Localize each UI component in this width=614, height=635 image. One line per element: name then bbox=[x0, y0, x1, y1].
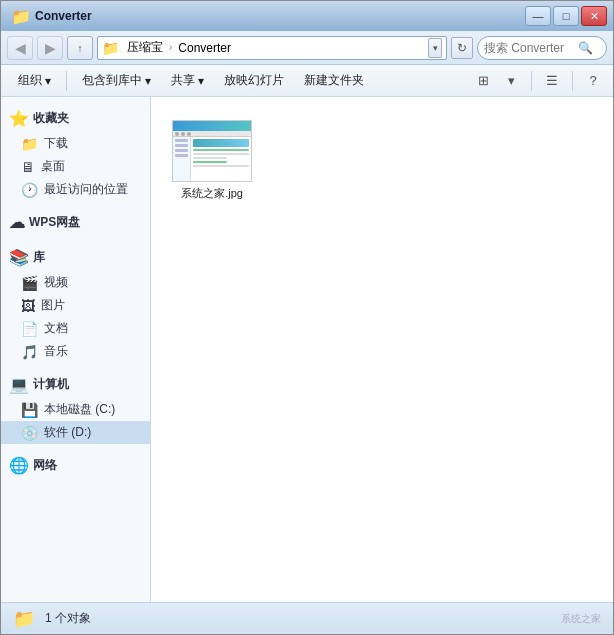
toolbar-sep-3 bbox=[572, 71, 573, 91]
address-part-2[interactable]: Converter bbox=[174, 40, 235, 56]
downloads-label: 下载 bbox=[44, 135, 68, 152]
address-part-1[interactable]: 压缩宝 bbox=[123, 38, 167, 57]
sidebar-section-computer: 💻 计算机 💾 本地磁盘 (C:) 💿 软件 (D:) bbox=[1, 371, 150, 444]
share-chevron bbox=[198, 74, 204, 88]
address-parts: 压缩宝 › Converter bbox=[123, 38, 424, 57]
sidebar-section-network: 🌐 网络 bbox=[1, 452, 150, 479]
thumb-text-3 bbox=[193, 157, 227, 159]
sidebar-section-wps: ☁ WPS网盘 bbox=[1, 209, 150, 236]
search-icon: 🔍 bbox=[578, 41, 593, 55]
search-box[interactable]: 🔍 bbox=[477, 36, 607, 60]
status-bar: 📁 1 个对象 系统之家 bbox=[1, 602, 613, 634]
documents-label: 文档 bbox=[44, 320, 68, 337]
sidebar-header-computer: 💻 计算机 bbox=[1, 371, 150, 398]
drive-c-label: 本地磁盘 (C:) bbox=[44, 401, 115, 418]
wps-label: WPS网盘 bbox=[29, 214, 80, 231]
pictures-icon: 🖼 bbox=[21, 298, 35, 314]
pictures-label: 图片 bbox=[41, 297, 65, 314]
up-button[interactable]: ↑ bbox=[67, 36, 93, 60]
search-input[interactable] bbox=[484, 41, 574, 55]
favorites-icon: ⭐ bbox=[9, 109, 29, 128]
share-button[interactable]: 共享 bbox=[162, 68, 213, 94]
thumb-banner bbox=[193, 139, 249, 147]
wps-icon: ☁ bbox=[9, 213, 25, 232]
window-title: Converter bbox=[35, 9, 92, 23]
address-dropdown[interactable]: ▾ bbox=[428, 38, 442, 58]
sidebar-header-network[interactable]: 🌐 网络 bbox=[1, 452, 150, 479]
thumb-text-1 bbox=[193, 149, 249, 151]
include-library-button[interactable]: 包含到库中 bbox=[73, 68, 160, 94]
thumb-nav-dot-2 bbox=[181, 132, 185, 136]
slideshow-button[interactable]: 放映幻灯片 bbox=[215, 68, 293, 94]
toolbar-right: ⊞ ▾ ☰ ? bbox=[471, 69, 605, 93]
desktop-icon: 🖥 bbox=[21, 159, 35, 175]
close-button[interactable]: ✕ bbox=[581, 6, 607, 26]
thumb-sidebar-item-3 bbox=[175, 149, 188, 152]
refresh-button[interactable]: ↻ bbox=[451, 37, 473, 59]
file-grid: 系统之家.jpg bbox=[167, 113, 597, 207]
organize-label: 组织 bbox=[18, 72, 42, 89]
sidebar-item-drive-d[interactable]: 💿 软件 (D:) bbox=[1, 421, 150, 444]
thumb-sidebar bbox=[173, 137, 191, 181]
folder-icon: 📁 bbox=[11, 7, 31, 26]
documents-icon: 📄 bbox=[21, 321, 38, 337]
downloads-icon: 📁 bbox=[21, 136, 38, 152]
slideshow-label: 放映幻灯片 bbox=[224, 72, 284, 89]
sidebar-item-desktop[interactable]: 🖥 桌面 bbox=[1, 155, 150, 178]
thumb-text-2 bbox=[193, 153, 249, 155]
new-folder-button[interactable]: 新建文件夹 bbox=[295, 68, 373, 94]
view-dropdown-button[interactable]: ▾ bbox=[499, 69, 523, 93]
sidebar-item-documents[interactable]: 📄 文档 bbox=[1, 317, 150, 340]
thumb-header bbox=[173, 121, 251, 131]
music-label: 音乐 bbox=[44, 343, 68, 360]
status-text: 1 个对象 bbox=[45, 610, 91, 627]
folder-home-icon: 📁 bbox=[102, 40, 119, 56]
thumb-sidebar-item-1 bbox=[175, 139, 188, 142]
network-label: 网络 bbox=[33, 457, 57, 474]
thumb-body bbox=[173, 137, 251, 181]
desktop-label: 桌面 bbox=[41, 158, 65, 175]
video-label: 视频 bbox=[44, 274, 68, 291]
sidebar-header-library: 📚 库 bbox=[1, 244, 150, 271]
sidebar-item-music[interactable]: 🎵 音乐 bbox=[1, 340, 150, 363]
view-medium-button[interactable]: ⊞ bbox=[471, 69, 495, 93]
sidebar-item-recent[interactable]: 🕐 最近访问的位置 bbox=[1, 178, 150, 201]
video-icon: 🎬 bbox=[21, 275, 38, 291]
organize-button[interactable]: 组织 bbox=[9, 68, 60, 94]
file-thumbnail bbox=[172, 120, 252, 182]
thumb-main bbox=[191, 137, 251, 181]
file-item-jpg[interactable]: 系统之家.jpg bbox=[167, 113, 257, 207]
thumb-nav-dot-3 bbox=[187, 132, 191, 136]
thumb-text-4 bbox=[193, 161, 227, 163]
sidebar-item-drive-c[interactable]: 💾 本地磁盘 (C:) bbox=[1, 398, 150, 421]
toolbar-sep-1 bbox=[66, 71, 67, 91]
sidebar-section-library: 📚 库 🎬 视频 🖼 图片 📄 文档 🎵 音乐 bbox=[1, 244, 150, 363]
maximize-button[interactable]: □ bbox=[553, 6, 579, 26]
main-area: ⭐ 收藏夹 📁 下载 🖥 桌面 🕐 最近访问的位置 bbox=[1, 97, 613, 602]
include-library-chevron bbox=[145, 74, 151, 88]
window: 📁 Converter — □ ✕ ◀ ▶ ↑ 📁 压缩宝 › Converte… bbox=[0, 0, 614, 635]
sidebar: ⭐ 收藏夹 📁 下载 🖥 桌面 🕐 最近访问的位置 bbox=[1, 97, 151, 602]
address-bar[interactable]: 📁 压缩宝 › Converter ▾ bbox=[97, 36, 447, 60]
minimize-button[interactable]: — bbox=[525, 6, 551, 26]
sidebar-item-downloads[interactable]: 📁 下载 bbox=[1, 132, 150, 155]
sidebar-item-video[interactable]: 🎬 视频 bbox=[1, 271, 150, 294]
sidebar-header-favorites: ⭐ 收藏夹 bbox=[1, 105, 150, 132]
watermark-text: 系统之家 bbox=[561, 612, 601, 626]
help-button[interactable]: ? bbox=[581, 69, 605, 93]
share-label: 共享 bbox=[171, 72, 195, 89]
status-folder-icon: 📁 bbox=[13, 608, 35, 630]
toolbar: 组织 包含到库中 共享 放映幻灯片 新建文件夹 ⊞ ▾ ☰ ? bbox=[1, 65, 613, 97]
library-label: 库 bbox=[33, 249, 45, 266]
computer-icon: 💻 bbox=[9, 375, 29, 394]
sidebar-item-pictures[interactable]: 🖼 图片 bbox=[1, 294, 150, 317]
thumb-sidebar-item-2 bbox=[175, 144, 188, 147]
content-area[interactable]: 系统之家.jpg bbox=[151, 97, 613, 602]
details-pane-button[interactable]: ☰ bbox=[540, 69, 564, 93]
file-label: 系统之家.jpg bbox=[181, 186, 243, 200]
library-icon: 📚 bbox=[9, 248, 29, 267]
back-button[interactable]: ◀ bbox=[7, 36, 33, 60]
nav-bar: ◀ ▶ ↑ 📁 压缩宝 › Converter ▾ ↻ 🔍 bbox=[1, 31, 613, 65]
sidebar-header-wps[interactable]: ☁ WPS网盘 bbox=[1, 209, 150, 236]
forward-button[interactable]: ▶ bbox=[37, 36, 63, 60]
